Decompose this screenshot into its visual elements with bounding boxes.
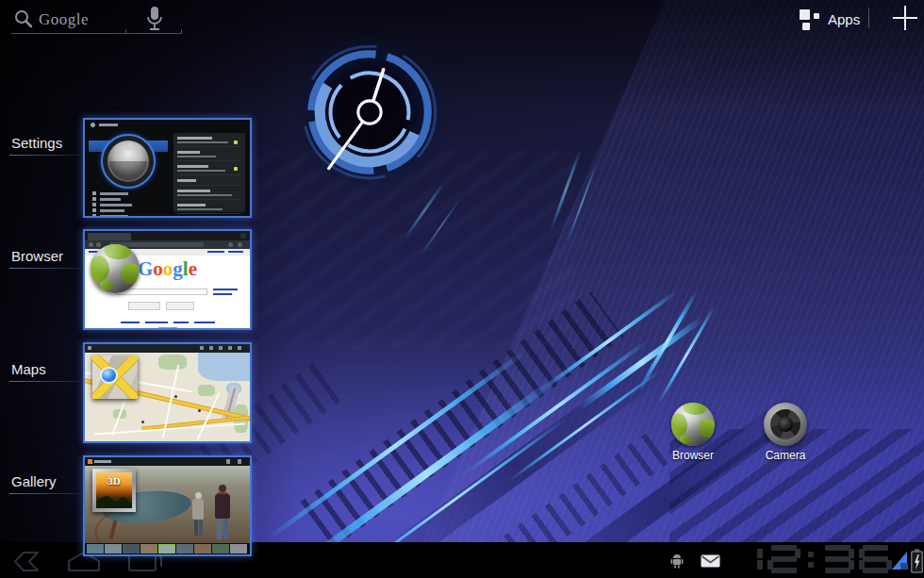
browser-app-icon [91,244,140,293]
add-widget-button[interactable] [887,2,923,34]
gallery-app-icon: 3D [92,469,136,512]
plus-icon [893,6,917,30]
search-underline [11,33,125,34]
shortcut-camera[interactable]: Camera [756,403,815,462]
apps-grid-icon [800,8,820,30]
volume-dial [101,134,156,189]
gallery-3d-badge: 3D [96,475,132,487]
signal-strength-icon [892,552,907,570]
recent-label-maps[interactable]: Maps [11,361,46,377]
photo-person [213,485,232,541]
google-search-widget[interactable]: Google [5,4,125,36]
camera-icon [764,403,807,446]
analog-clock-widget[interactable] [289,31,451,193]
recent-label-gallery[interactable]: Gallery [11,473,57,489]
voice-search-button[interactable] [125,2,184,34]
label-underline [9,155,79,156]
android-homescreen: Google Apps [0,0,924,578]
shortcut-browser-label: Browser [664,449,722,462]
topbar-divider [868,8,869,28]
shortcut-camera-label: Camera [756,449,815,462]
recent-thumbnail-gallery[interactable]: 3D [83,455,252,556]
settings-preview [85,120,250,216]
recent-thumbnail-maps[interactable] [83,342,252,443]
label-underline [9,493,79,494]
recent-label-settings[interactable]: Settings [11,135,62,151]
recent-label-browser[interactable]: Browser [11,248,63,264]
battery-charging-icon [911,549,923,573]
photo-person [190,492,206,537]
maps-app-icon [92,355,138,399]
label-underline [9,381,79,382]
gallery-filmstrip [85,543,250,554]
apps-label: Apps [828,11,860,27]
label-underline [9,268,79,269]
search-provider-label: Google [39,10,89,29]
microphone-icon [147,6,162,32]
voice-underline [125,33,182,34]
recent-thumbnail-browser[interactable]: Google [83,229,252,330]
search-icon [13,8,34,29]
email-notification-icon [701,554,720,568]
shortcut-browser[interactable]: Browser [664,403,722,462]
apps-button[interactable]: Apps [800,6,860,32]
browser-icon [671,403,715,446]
recent-thumbnail-settings[interactable] [83,118,252,218]
android-robot-icon [668,554,685,569]
